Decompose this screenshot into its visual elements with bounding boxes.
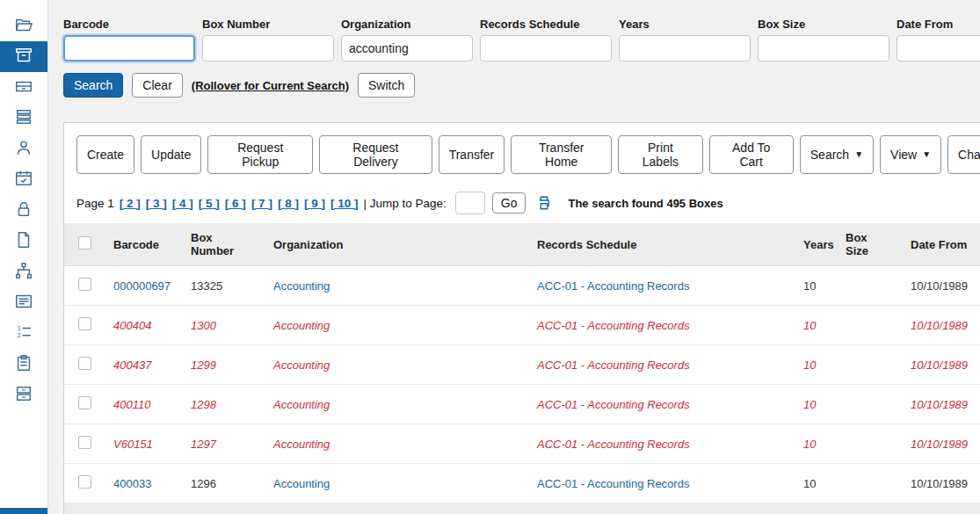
header-years: Years xyxy=(793,223,835,266)
sidebar-item-boxes[interactable] xyxy=(0,41,47,72)
printer-icon[interactable] xyxy=(536,195,552,211)
switch-button[interactable]: Switch xyxy=(358,73,415,98)
sitemap-icon xyxy=(14,261,33,283)
page-link-7[interactable]: [ 7 ] xyxy=(251,197,272,210)
box-size-cell xyxy=(835,266,900,306)
view-dropdown[interactable]: View▼ xyxy=(880,135,941,174)
records-schedule-link[interactable]: ACC-01 - Accounting Records xyxy=(537,279,689,293)
date-from-cell: 10/10/1989 xyxy=(900,345,980,385)
request-delivery-button[interactable]: Request Delivery xyxy=(319,135,432,174)
page-link-10[interactable]: [ 10 ] xyxy=(330,197,359,210)
table-row[interactable]: 000000697 13325 Accounting ACC-01 - Acco… xyxy=(64,266,980,306)
box-size-cell xyxy=(835,385,900,424)
date-from-cell: 10/10/1989 xyxy=(900,266,980,306)
records-schedule-input[interactable] xyxy=(480,35,612,62)
request-pickup-button[interactable]: Request Pickup xyxy=(207,135,313,174)
row-checkbox[interactable] xyxy=(78,396,91,409)
boxes-icon xyxy=(14,384,33,406)
date-from-input[interactable] xyxy=(897,35,980,62)
sidebar-item-news[interactable] xyxy=(0,287,47,318)
user-icon xyxy=(14,138,33,160)
transfer-home-button[interactable]: Transfer Home xyxy=(511,135,612,174)
header-records-schedule: Records Schedule xyxy=(526,223,793,266)
page-link-3[interactable]: [ 3 ] xyxy=(146,197,167,210)
page-link-4[interactable]: [ 4 ] xyxy=(172,197,193,210)
table-row[interactable]: 400404 1300 Accounting ACC-01 - Accounti… xyxy=(64,306,980,345)
sidebar-item-storage[interactable] xyxy=(0,380,47,410)
search-button[interactable]: Search xyxy=(63,73,123,98)
date-from-cell: 10/10/1989 xyxy=(900,424,980,464)
document-icon xyxy=(14,230,33,252)
jump-to-page-input[interactable] xyxy=(455,192,485,214)
barcode-link[interactable]: 000000697 xyxy=(113,279,171,293)
organization-cell: Accounting xyxy=(263,306,526,345)
change-dropdown-label: Change xyxy=(958,148,980,162)
svg-text:2: 2 xyxy=(18,331,21,339)
date-from-label: Date From xyxy=(897,18,980,31)
search-dropdown-label: Search xyxy=(810,148,849,162)
page-link-8[interactable]: [ 8 ] xyxy=(278,197,299,210)
transfer-button[interactable]: Transfer xyxy=(439,135,505,174)
records-schedule-link[interactable]: ACC-01 - Accounting Records xyxy=(537,319,690,332)
sidebar-item-stack[interactable] xyxy=(0,103,47,134)
sidebar-item-hierarchy[interactable] xyxy=(0,257,47,287)
barcode-input[interactable] xyxy=(63,35,195,62)
years-input[interactable] xyxy=(619,35,751,62)
date-from-cell: 10/10/1989 xyxy=(900,306,980,345)
table-row[interactable]: 400110 1298 Accounting ACC-01 - Accounti… xyxy=(64,385,980,424)
records-schedule-link[interactable]: ACC-01 - Accounting Records xyxy=(537,398,690,411)
add-to-cart-button[interactable]: Add To Cart xyxy=(709,135,794,174)
organization-input[interactable] xyxy=(341,35,473,62)
update-button[interactable]: Update xyxy=(141,135,201,174)
create-button[interactable]: Create xyxy=(76,135,134,174)
page-link-5[interactable]: [ 5 ] xyxy=(199,197,220,210)
select-all-checkbox[interactable] xyxy=(78,236,91,250)
field-organization: Organization xyxy=(341,18,473,62)
row-checkbox[interactable] xyxy=(78,475,91,489)
row-checkbox[interactable] xyxy=(78,317,91,330)
barcode-link[interactable]: 400404 xyxy=(113,319,151,332)
row-checkbox[interactable] xyxy=(78,357,91,370)
header-box-size: Box Size xyxy=(835,223,900,266)
sidebar-item-folders[interactable] xyxy=(0,11,47,41)
sidebar-item-schedule[interactable] xyxy=(0,164,47,195)
barcode-link[interactable]: 400033 xyxy=(113,477,151,490)
results-table: Barcode Box Number Organization Records … xyxy=(64,223,980,514)
table-row[interactable]: 400033 1296 Accounting ACC-01 - Accounti… xyxy=(64,464,980,503)
field-box-number: Box Number xyxy=(202,18,334,62)
table-row[interactable]: 400437 1299 Accounting ACC-01 - Accounti… xyxy=(64,345,980,385)
barcode-link[interactable]: V60151 xyxy=(113,438,153,451)
barcode-link[interactable]: 400437 xyxy=(113,358,151,372)
records-schedule-link[interactable]: ACC-01 - Accounting Records xyxy=(537,477,689,490)
jump-to-page-label: | Jump to Page: xyxy=(363,197,446,210)
sidebar-item-numbered-list[interactable]: 12 xyxy=(0,318,47,349)
print-labels-button[interactable]: Print Labels xyxy=(618,135,702,174)
sidebar-item-users[interactable] xyxy=(0,134,47,164)
search-dropdown[interactable]: Search▼ xyxy=(800,135,874,174)
sidebar-item-clipboard[interactable] xyxy=(0,349,47,380)
barcode-link[interactable]: 400110 xyxy=(113,398,150,411)
go-button[interactable]: Go xyxy=(492,192,526,214)
clear-button[interactable]: Clear xyxy=(132,73,182,98)
sidebar-item-security[interactable] xyxy=(0,195,47,226)
records-schedule-link[interactable]: ACC-01 - Accounting Records xyxy=(537,438,690,451)
page-link-9[interactable]: [ 9 ] xyxy=(304,197,325,210)
box-size-input[interactable] xyxy=(758,35,889,62)
change-dropdown[interactable]: Change▼ xyxy=(947,135,980,174)
page-link-2[interactable]: [ 2 ] xyxy=(120,197,141,210)
box-number-input[interactable] xyxy=(202,35,334,62)
row-checkbox[interactable] xyxy=(78,278,91,291)
rollover-current-search-link[interactable]: (Rollover for Current Search) xyxy=(192,79,349,92)
row-checkbox[interactable] xyxy=(78,436,91,449)
page-link-6[interactable]: [ 6 ] xyxy=(225,197,246,210)
results-toolbar: Create Update Request Pickup Request Del… xyxy=(64,123,980,185)
sidebar-item-drawer[interactable] xyxy=(0,72,47,103)
table-row[interactable]: 400446 1295 Accounting ACC-01 - Accounti… xyxy=(64,503,980,514)
box-number-label: Box Number xyxy=(202,18,334,31)
date-from-cell: 10/10/1989 xyxy=(900,464,980,503)
table-row[interactable]: V60151 1297 Accounting ACC-01 - Accounti… xyxy=(64,424,980,464)
box-number-cell: 1295 xyxy=(180,503,263,514)
sidebar-item-documents[interactable] xyxy=(0,226,47,257)
records-schedule-link[interactable]: ACC-01 - Accounting Records xyxy=(537,358,690,372)
lock-icon xyxy=(14,199,33,221)
